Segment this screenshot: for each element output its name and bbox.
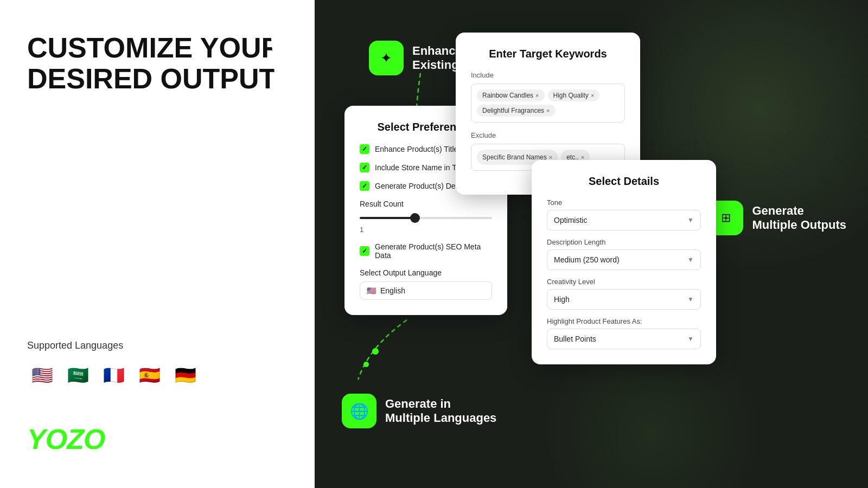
include-tags[interactable]: Rainbow Candles × High Quality × Delight… [471, 84, 625, 123]
desc-length-chevron: ▼ [687, 256, 694, 264]
remove-tag-quality[interactable]: × [591, 92, 594, 99]
keywords-card-title: Enter Target Keywords [471, 48, 625, 60]
checkbox-gen-description[interactable]: ✓ [360, 181, 369, 191]
highlight-chevron: ▼ [687, 335, 694, 343]
right-panel: ✦ Enhance Existing Date ⊞ Generate Multi… [315, 0, 868, 488]
supported-languages: Supported Languages 🇺🇸 🇸🇦 🇫🇷 🇪🇸 🇩🇪 [27, 340, 288, 390]
flag-sa: 🇸🇦 [63, 360, 93, 390]
output-language-label: Select Output Language [360, 268, 492, 277]
left-panel: CUSTOMIZE YOUR DESIRED OUTPUT Supported … [0, 0, 315, 488]
tone-chevron: ▼ [687, 216, 694, 224]
checkbox-store-name[interactable]: ✓ [360, 163, 369, 172]
details-card-title: Select Details [547, 175, 701, 188]
supported-languages-label: Supported Languages [27, 340, 288, 351]
tone-label: Tone [547, 198, 701, 207]
checkbox-enhance-title[interactable]: ✓ [360, 144, 369, 154]
tag-rainbow-candles[interactable]: Rainbow Candles × [477, 89, 545, 101]
details-card: Select Details Tone Optimistic ▼ Descrip… [532, 160, 716, 364]
desc-length-label: Description Length [547, 238, 701, 246]
pref-label-1: Enhance Product(s) Title [375, 145, 458, 153]
remove-tag-delightful[interactable]: × [546, 107, 550, 114]
enhance-icon: ✦ [369, 41, 404, 75]
generate-multi-feature: ⊞ Generate Multiple Outputs [709, 201, 846, 235]
result-count-slider[interactable] [360, 213, 492, 223]
language-value: English [380, 286, 405, 295]
pref-label-seo: Generate Product(s) SEO Meta Data [375, 242, 492, 260]
pref-item-seo: ✓ Generate Product(s) SEO Meta Data [360, 242, 492, 260]
tone-select[interactable]: Optimistic ▼ [547, 210, 701, 230]
include-label: Include [471, 71, 625, 79]
exclude-label: Exclude [471, 131, 625, 139]
language-flag: 🇺🇸 [367, 286, 376, 295]
highlight-select[interactable]: Bullet Points ▼ [547, 329, 701, 349]
checkbox-seo[interactable]: ✓ [360, 246, 369, 256]
flag-de: 🇩🇪 [170, 360, 201, 390]
svg-point-1 [372, 348, 379, 355]
generate-lang-feature: 🌐 Generate in Multiple Languages [342, 394, 496, 428]
pref-label-2: Include Store Name in Title [375, 163, 466, 172]
logo: YOZO [27, 423, 288, 455]
tag-high-quality[interactable]: High Quality × [548, 89, 600, 101]
remove-tag-rainbow[interactable]: × [535, 92, 539, 99]
flags-row: 🇺🇸 🇸🇦 🇫🇷 🇪🇸 🇩🇪 [27, 360, 288, 390]
result-count-label: Result Count [360, 200, 492, 208]
slider-value: 1 [360, 226, 492, 234]
main-heading: CUSTOMIZE YOUR DESIRED OUTPUT [27, 33, 288, 94]
highlight-label: Highlight Product Features As: [547, 317, 701, 325]
language-select[interactable]: 🇺🇸 English [360, 281, 492, 300]
tag-delightful[interactable]: Delightful Fragrances × [477, 105, 556, 117]
desc-length-select[interactable]: Medium (250 word) ▼ [547, 249, 701, 270]
svg-point-2 [363, 362, 369, 367]
flag-fr: 🇫🇷 [99, 360, 129, 390]
creativity-chevron: ▼ [687, 296, 694, 303]
generate-lang-icon: 🌐 [342, 394, 376, 428]
generate-lang-label: Generate in Multiple Languages [385, 397, 496, 426]
generate-multi-label: Generate Multiple Outputs [752, 204, 846, 233]
flag-us: 🇺🇸 [27, 360, 58, 390]
flag-es: 🇪🇸 [135, 360, 165, 390]
creativity-label: Creativity Level [547, 278, 701, 286]
creativity-select[interactable]: High ▼ [547, 289, 701, 310]
